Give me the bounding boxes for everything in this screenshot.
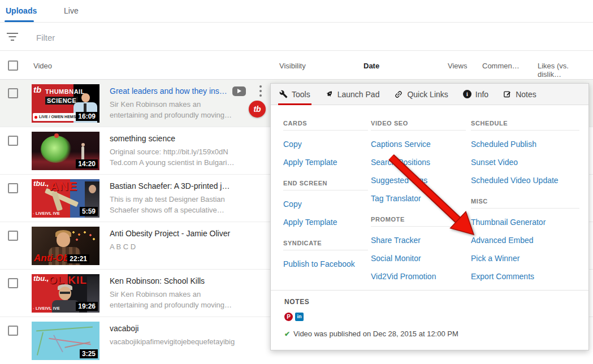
watch-on-youtube-icon[interactable] (232, 86, 246, 96)
panel-tab-notes[interactable]: Notes (503, 84, 536, 105)
section-title: CARDS (283, 120, 368, 131)
video-description: Sir Ken Robinson makes an (110, 290, 265, 298)
tool-link-share-tracker[interactable]: Share Tracker (371, 236, 466, 245)
row-checkbox[interactable] (8, 326, 18, 336)
video-title[interactable]: vacaboji (110, 324, 231, 333)
panel-tab-tools[interactable]: Tools (279, 84, 310, 105)
published-text: Video was published on Dec 28, 2015 at 1… (293, 330, 458, 338)
video-thumbnail[interactable]: tbu., OL KIL LIVEIVL IVE 19:26 (32, 274, 99, 313)
linkedin-icon[interactable]: in (295, 313, 304, 321)
column-header-likes[interactable]: Likes (vs. dislik… (538, 62, 593, 79)
tab-live[interactable]: Live (64, 6, 79, 15)
video-thumbnail[interactable]: 14:20 (32, 132, 99, 170)
row-checkbox[interactable] (8, 88, 18, 98)
select-all-checkbox[interactable] (8, 60, 18, 71)
tool-link-advanced-embed[interactable]: Advanced Embed (471, 236, 579, 245)
video-duration: 5:59 (80, 207, 98, 216)
row-checkbox[interactable] (8, 231, 18, 241)
video-description: Ted.com A young scientist in Bulgari… (110, 158, 265, 167)
tool-link-scheduled-video-update[interactable]: Scheduled Video Update (471, 176, 579, 185)
panel-tab-bar: Tools Launch Pad Quick Links i Info Note… (271, 84, 588, 105)
tool-link-suggested-tags[interactable]: Suggested Tags (371, 176, 466, 185)
video-title[interactable]: Anti Obesity Project - Jamie Oliver (110, 229, 231, 238)
panel-tab-quick-links[interactable]: Quick Links (394, 84, 448, 105)
tool-link-endscreen-apply-template[interactable]: Apply Template (283, 218, 368, 227)
tool-link-pick-a-winner[interactable]: Pick a Winner (471, 254, 579, 263)
video-thumbnail[interactable]: Anti-Ob 22:21 (32, 227, 99, 265)
video-description: A B C D (110, 242, 265, 251)
section-schedule: SCHEDULE Scheduled Publish Sunset Video … (471, 120, 579, 185)
video-duration: 16:09 (76, 112, 98, 121)
thumb-art (41, 136, 71, 163)
video-thumbnail[interactable]: tbu., ANE LIVEIVL IVE 5:59 (32, 179, 99, 218)
tubebuddy-badge-icon[interactable]: tb (249, 101, 266, 118)
video-description: Schaefer shows off a speculative… (110, 206, 265, 214)
row-checkbox[interactable] (8, 183, 18, 193)
video-title[interactable]: Ken Robinson: School Kills (110, 276, 231, 285)
tool-link-publish-to-facebook[interactable]: Publish to Facebook (283, 260, 368, 268)
thumb-art (81, 93, 90, 102)
row-checkbox[interactable] (8, 278, 18, 288)
social-icons: P in (284, 313, 575, 321)
info-icon: i (463, 90, 471, 98)
video-title[interactable]: Bastian Schaefer: A 3D-printed jum… (110, 181, 231, 190)
thumb-live-banner: LIVEIVL IVE (33, 306, 60, 310)
link-icon (392, 88, 405, 101)
section-video-seo: VIDEO SEO Captions Service Search Positi… (371, 120, 466, 203)
column-header-views[interactable]: Views (448, 62, 467, 70)
notes-icon (503, 90, 512, 98)
pinterest-icon[interactable]: P (284, 313, 293, 321)
thumb-art (57, 232, 70, 247)
panel-tab-launch-pad[interactable]: Launch Pad (325, 84, 380, 105)
tool-link-scheduled-publish[interactable]: Scheduled Publish (471, 140, 579, 149)
video-thumbnail[interactable]: tb THUMBNAIL SCIENCE LIVE / OWEN HEMSA 1… (32, 84, 99, 123)
column-header-video: Video (33, 62, 52, 70)
tool-link-thumbnail-generator[interactable]: Thumbnail Generator (471, 218, 579, 227)
thumb-art (36, 327, 93, 331)
thumb-text: THUMBNAIL (45, 88, 85, 95)
tool-link-search-positions[interactable]: Search Positions (371, 158, 466, 167)
tab-uploads[interactable]: Uploads (6, 6, 37, 15)
panel-tab-label: Info (475, 90, 488, 99)
column-header-comments[interactable]: Commen… (482, 62, 520, 70)
tubebuddy-tools-panel: Tools Launch Pad Quick Links i Info Note… (270, 83, 589, 350)
section-cards: CARDS Copy Apply Template (283, 120, 368, 167)
video-duration: 14:20 (76, 159, 98, 168)
filter-icon (7, 33, 18, 41)
section-title: END SCREEN (283, 180, 368, 190)
tool-link-captions-service[interactable]: Captions Service (371, 140, 466, 149)
video-duration: 19:26 (76, 302, 98, 311)
video-duration: 3:25 (80, 349, 98, 358)
video-description: vacabojikipafimevigitojebequefetayibig (110, 337, 265, 346)
column-header-visibility[interactable]: Visibility (279, 62, 306, 70)
section-promote: PROMOTE Share Tracker Social Monitor Vid… (371, 216, 466, 281)
tool-link-export-comments[interactable]: Export Comments (471, 272, 579, 281)
row-checkbox[interactable] (8, 136, 18, 146)
video-description: This is my ab test Designer Bastian (110, 195, 265, 203)
panel-tab-label: Quick Links (407, 90, 448, 99)
tool-link-vid2vid-promotion[interactable]: Vid2Vid Promotion (371, 272, 466, 281)
tool-link-cards-apply-template[interactable]: Apply Template (283, 158, 368, 167)
section-title: MISC (471, 198, 579, 209)
tool-link-sunset-video[interactable]: Sunset Video (471, 158, 579, 167)
tool-link-cards-copy[interactable]: Copy (283, 140, 368, 149)
video-title-link[interactable]: Great leaders and how they inspire … (110, 86, 231, 96)
tool-link-social-monitor[interactable]: Social Monitor (371, 254, 466, 263)
tubebuddy-logo: tb (33, 85, 41, 94)
kebab-menu-icon[interactable] (256, 85, 265, 98)
wrench-icon (279, 90, 288, 98)
panel-column: SCHEDULE Scheduled Publish Sunset Video … (471, 120, 579, 294)
video-description: Sir Ken Robinson makes an (110, 100, 265, 109)
panel-column: CARDS Copy Apply Template END SCREEN Cop… (283, 120, 368, 281)
tab-uploads-active-underline (5, 20, 34, 22)
video-title[interactable]: something science (110, 134, 231, 143)
panel-column: VIDEO SEO Captions Service Search Positi… (371, 120, 466, 294)
checkmark-icon: ✔ (284, 330, 290, 338)
video-thumbnail[interactable]: 3:25 (32, 322, 99, 360)
tool-link-tag-translator[interactable]: Tag Translator (371, 194, 466, 203)
tool-link-endscreen-copy[interactable]: Copy (283, 200, 368, 209)
panel-tab-info[interactable]: i Info (463, 84, 488, 105)
column-header-date[interactable]: Date (363, 62, 379, 70)
filter-input[interactable] (36, 30, 319, 45)
section-misc: MISC Thumbnail Generator Advanced Embed … (471, 198, 579, 281)
